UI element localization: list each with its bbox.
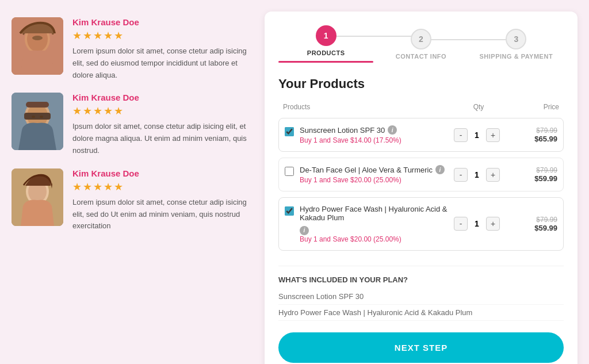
qty-value-3: 1 bbox=[471, 219, 483, 228]
svg-point-10 bbox=[40, 116, 43, 118]
qty-increase-3[interactable]: + bbox=[486, 217, 500, 231]
qty-control-2: - 1 + bbox=[454, 168, 500, 182]
product-row-2: De-Tan Face Gel | Aloe Vera & Turmeric i… bbox=[278, 158, 564, 191]
checkout-panel: 1 PRODUCTS 2 CONTACT INFO 3 SHIPPING & P… bbox=[265, 12, 577, 364]
step-circle-2: 2 bbox=[411, 29, 431, 49]
product-info-3: Hydro Power Face Wash | Hyaluronic Acid … bbox=[285, 205, 454, 243]
product-row-3: Hydro Power Face Wash | Hyaluronic Acid … bbox=[278, 197, 564, 251]
svg-point-9 bbox=[32, 116, 35, 118]
avatar-1 bbox=[12, 17, 63, 75]
avatar-image-3 bbox=[12, 168, 63, 226]
svg-rect-7 bbox=[24, 113, 51, 120]
price-discounted-1: $65.99 bbox=[500, 135, 557, 143]
product-row-1: Sunscreen Lotion SPF 30 i Buy 1 and Save… bbox=[278, 118, 564, 152]
qty-value-2: 1 bbox=[471, 170, 483, 179]
table-header: Products Qty Price bbox=[278, 101, 564, 113]
col-header-products: Products bbox=[283, 103, 456, 111]
qty-control-3: - 1 + bbox=[454, 217, 500, 231]
info-icon-3[interactable]: i bbox=[300, 226, 309, 235]
product-name-1: Sunscreen Lotion SPF 30 i bbox=[300, 125, 454, 135]
step-label-2: CONTACT INFO bbox=[396, 53, 446, 60]
review-card-1: Kim Krause Doe ★★★★★ Lorem ipsum dolor s… bbox=[12, 17, 253, 81]
step-shipping[interactable]: 3 SHIPPING & PAYMENT bbox=[469, 29, 564, 60]
price-discounted-2: $59.99 bbox=[500, 174, 557, 183]
price-original-3: $79.99 bbox=[500, 216, 557, 224]
product-details-1: Sunscreen Lotion SPF 30 i Buy 1 and Save… bbox=[300, 125, 454, 144]
price-col-3: $79.99 $59.99 bbox=[500, 216, 557, 232]
review-text-1: Lorem ipsum dolor sit amet, conse ctetur… bbox=[72, 45, 253, 81]
qty-increase-2[interactable]: + bbox=[486, 168, 500, 182]
product-info-2: De-Tan Face Gel | Aloe Vera & Turmeric i… bbox=[285, 165, 454, 184]
qty-decrease-2[interactable]: - bbox=[454, 168, 468, 182]
step-products[interactable]: 1 PRODUCTS bbox=[278, 25, 373, 63]
stars-2: ★★★★★ bbox=[72, 105, 253, 117]
product-name-3: Hydro Power Face Wash | Hyaluronic Acid … bbox=[300, 205, 454, 222]
product-details-2: De-Tan Face Gel | Aloe Vera & Turmeric i… bbox=[300, 165, 454, 184]
product-savings-2: Buy 1 and Save $20.00 (25.00%) bbox=[300, 176, 454, 184]
review-text-3: Lorem ipsum dolor sit amet, conse ctetur… bbox=[72, 197, 253, 232]
step-circle-1: 1 bbox=[316, 25, 336, 46]
step-underline-1 bbox=[278, 61, 373, 63]
reviewer-name-3: Kim Krause Doe bbox=[72, 168, 253, 178]
review-content-1: Kim Krause Doe ★★★★★ Lorem ipsum dolor s… bbox=[72, 17, 253, 81]
next-step-button[interactable]: NEXT STEP bbox=[278, 332, 564, 363]
plan-title: WHAT'S INCLUDED IN YOUR PLAN? bbox=[278, 275, 564, 284]
step-label-1: PRODUCTS bbox=[307, 49, 345, 56]
product-savings-1: Buy 1 and Save $14.00 (17.50%) bbox=[300, 136, 454, 144]
product-name-2: De-Tan Face Gel | Aloe Vera & Turmeric i bbox=[300, 165, 454, 174]
stars-3: ★★★★★ bbox=[72, 181, 253, 193]
plan-item-2: Hydro Power Face Wash | Hyaluronic Acid … bbox=[278, 305, 564, 321]
product-info-1: Sunscreen Lotion SPF 30 i Buy 1 and Save… bbox=[285, 125, 454, 144]
product-checkbox-2[interactable] bbox=[285, 167, 294, 176]
price-col-2: $79.99 $59.99 bbox=[500, 166, 557, 183]
avatar-image-2 bbox=[12, 93, 63, 150]
svg-rect-8 bbox=[26, 102, 49, 108]
price-col-1: $79.99 $65.99 bbox=[500, 127, 557, 143]
review-card-3: Kim Krause Doe ★★★★★ Lorem ipsum dolor s… bbox=[12, 168, 253, 232]
reviews-panel: Kim Krause Doe ★★★★★ Lorem ipsum dolor s… bbox=[12, 12, 253, 364]
plan-section: WHAT'S INCLUDED IN YOUR PLAN? Sunscreen … bbox=[278, 266, 564, 321]
info-icon-1[interactable]: i bbox=[388, 125, 397, 135]
product-savings-3: Buy 1 and Save $20.00 (25.00%) bbox=[300, 235, 454, 243]
product-checkbox-1[interactable] bbox=[285, 127, 294, 136]
plan-item-1: Sunscreen Lotion SPF 30 bbox=[278, 289, 564, 305]
price-original-1: $79.99 bbox=[500, 127, 557, 135]
reviewer-name-2: Kim Krause Doe bbox=[72, 93, 253, 102]
reviewer-name-1: Kim Krause Doe bbox=[72, 17, 253, 27]
price-original-2: $79.99 bbox=[500, 166, 557, 174]
avatar-image-1 bbox=[12, 17, 63, 75]
price-discounted-3: $59.99 bbox=[500, 224, 557, 232]
review-content-2: Kim Krause Doe ★★★★★ Ipsum dolor sit ame… bbox=[72, 93, 253, 156]
qty-control-1: - 1 + bbox=[454, 128, 500, 142]
avatar-3 bbox=[12, 168, 63, 226]
products-table: Products Qty Price Sunscreen Lotion SPF … bbox=[278, 101, 564, 256]
review-text-2: Ipsum dolor sit amet, conse ctetur adip … bbox=[72, 121, 253, 156]
qty-value-1: 1 bbox=[471, 131, 483, 140]
section-title: Your Products bbox=[278, 76, 564, 91]
steps-nav: 1 PRODUCTS 2 CONTACT INFO 3 SHIPPING & P… bbox=[278, 25, 564, 63]
step-contact[interactable]: 2 CONTACT INFO bbox=[373, 29, 468, 60]
info-icon-2[interactable]: i bbox=[435, 165, 445, 174]
stars-1: ★★★★★ bbox=[72, 29, 253, 42]
qty-decrease-1[interactable]: - bbox=[454, 128, 468, 142]
qty-decrease-3[interactable]: - bbox=[454, 217, 468, 231]
product-checkbox-3[interactable] bbox=[285, 206, 294, 216]
product-details-3: Hydro Power Face Wash | Hyaluronic Acid … bbox=[300, 205, 454, 243]
svg-point-3 bbox=[32, 36, 43, 40]
col-header-price: Price bbox=[502, 103, 559, 111]
step-label-3: SHIPPING & PAYMENT bbox=[480, 53, 553, 60]
avatar-2 bbox=[12, 93, 63, 150]
col-header-qty: Qty bbox=[456, 103, 502, 111]
step-circle-3: 3 bbox=[506, 29, 526, 49]
review-card-2: Kim Krause Doe ★★★★★ Ipsum dolor sit ame… bbox=[12, 93, 253, 156]
qty-increase-1[interactable]: + bbox=[486, 128, 500, 142]
review-content-3: Kim Krause Doe ★★★★★ Lorem ipsum dolor s… bbox=[72, 168, 253, 232]
